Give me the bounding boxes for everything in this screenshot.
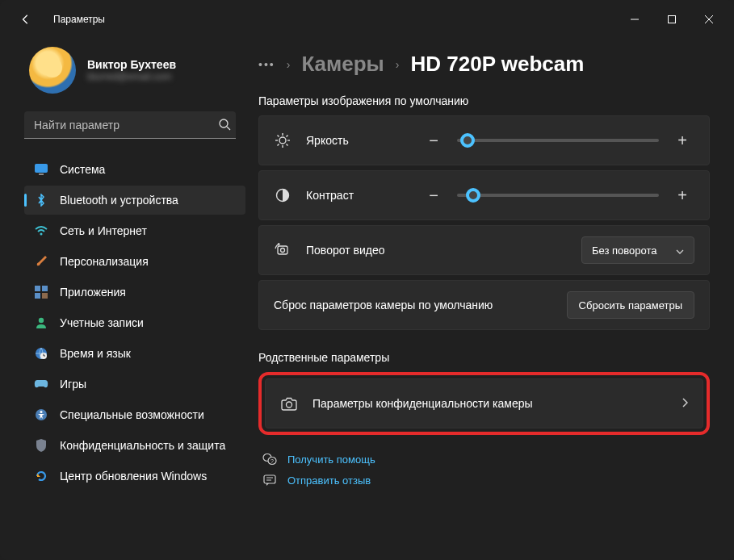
wifi-icon (34, 224, 48, 238)
sidebar-item-update[interactable]: Центр обновления Windows (24, 462, 245, 491)
reset-card: Сброс параметров камеры по умолчанию Сбр… (258, 280, 710, 330)
chevron-down-icon (676, 244, 684, 257)
sidebar-item-label: Bluetooth и устройства (60, 194, 178, 207)
sidebar-item-label: Время и язык (60, 347, 131, 360)
sidebar-item-network[interactable]: Сеть и Интернет (24, 216, 245, 245)
breadcrumb-cameras[interactable]: Камеры (301, 52, 384, 77)
main-content: ••• › Камеры › HD 720P webcam Параметры … (250, 39, 734, 560)
maximize-button[interactable] (653, 6, 690, 32)
section-title-related: Родственные параметры (258, 351, 710, 364)
chevron-right-icon: › (287, 58, 291, 71)
sidebar-item-accessibility[interactable]: Специальные возможности (24, 400, 245, 429)
reset-button[interactable]: Сбросить параметры (567, 291, 694, 319)
brightness-slider[interactable] (457, 139, 659, 142)
window-title: Параметры (53, 14, 105, 25)
profile-block[interactable]: Виктор Бухтеев blurred@email.com (24, 47, 245, 94)
feedback-icon (262, 474, 278, 487)
svg-line-26 (278, 136, 279, 137)
apps-icon (34, 285, 48, 299)
gamepad-icon (34, 377, 48, 391)
sidebar-item-personalization[interactable]: Персонализация (24, 247, 245, 276)
svg-rect-31 (278, 246, 287, 254)
get-help-link[interactable]: ? Получить помощь (262, 453, 710, 466)
svg-point-8 (40, 233, 43, 236)
rotate-icon (274, 243, 292, 257)
brightness-label: Яркость (306, 134, 349, 147)
svg-text:?: ? (271, 458, 274, 464)
sidebar-item-label: Игры (60, 378, 86, 391)
highlight-annotation: Параметры конфиденциальности камеры (258, 372, 710, 435)
sidebar-item-label: Сеть и Интернет (60, 224, 147, 237)
camera-privacy-link[interactable]: Параметры конфиденциальности камеры (265, 378, 703, 428)
svg-rect-12 (42, 293, 48, 299)
svg-rect-37 (264, 475, 275, 483)
contrast-slider[interactable] (457, 194, 659, 197)
svg-point-33 (287, 402, 292, 407)
titlebar: Параметры (0, 0, 734, 39)
brightness-decrease[interactable]: − (422, 128, 446, 153)
section-title-defaults: Параметры изображения по умолчанию (258, 94, 710, 107)
help-icon: ? (262, 453, 278, 466)
avatar (29, 47, 76, 94)
sidebar-item-label: Специальные возможности (60, 408, 204, 421)
breadcrumb: ••• › Камеры › HD 720P webcam (258, 52, 710, 77)
contrast-decrease[interactable]: − (422, 183, 446, 207)
contrast-increase[interactable]: + (670, 183, 694, 207)
globe-icon (34, 346, 48, 361)
sidebar-item-accounts[interactable]: Учетные записи (24, 308, 245, 337)
svg-point-32 (281, 249, 285, 253)
brightness-increase[interactable]: + (670, 128, 694, 153)
help-label: Получить помощь (287, 453, 375, 466)
svg-rect-7 (39, 173, 44, 175)
minimize-button[interactable] (616, 6, 653, 32)
sidebar-item-label: Учетные записи (60, 316, 144, 329)
person-icon (34, 316, 48, 330)
sidebar-item-label: Приложения (60, 286, 126, 299)
rotation-dropdown[interactable]: Без поворота (581, 236, 694, 264)
chevron-right-icon (682, 397, 688, 410)
bluetooth-icon (34, 193, 48, 207)
search-icon (218, 118, 231, 134)
feedback-link[interactable]: Отправить отзыв (262, 474, 710, 487)
svg-line-28 (278, 144, 279, 146)
rotation-value: Без поворота (592, 244, 657, 257)
update-icon (34, 469, 48, 483)
close-button[interactable] (690, 6, 728, 32)
svg-rect-10 (42, 286, 48, 291)
svg-line-5 (227, 127, 230, 130)
sidebar-item-label: Система (60, 163, 105, 176)
brush-icon (34, 254, 48, 269)
svg-line-29 (287, 136, 288, 137)
sidebar: Виктор Бухтеев blurred@email.com Система… (0, 39, 250, 560)
brightness-card: Яркость − + (258, 115, 710, 165)
profile-name: Виктор Бухтеев (87, 58, 176, 71)
sidebar-item-system[interactable]: Система (24, 155, 245, 184)
svg-point-20 (40, 411, 43, 413)
svg-rect-6 (36, 165, 48, 173)
back-button[interactable] (15, 8, 37, 31)
contrast-icon (274, 188, 292, 203)
accessibility-icon (34, 407, 48, 422)
sidebar-item-label: Центр обновления Windows (60, 470, 207, 483)
profile-email: blurred@email.com (87, 71, 176, 82)
brightness-icon (274, 132, 292, 148)
contrast-label: Контраст (306, 189, 354, 202)
svg-point-21 (279, 137, 286, 144)
search-input[interactable] (24, 111, 236, 139)
sidebar-item-label: Конфиденциальность и защита (60, 439, 225, 452)
sidebar-item-bluetooth[interactable]: Bluetooth и устройства (24, 186, 245, 215)
svg-rect-1 (669, 16, 676, 23)
svg-rect-9 (35, 286, 40, 291)
sidebar-item-gaming[interactable]: Игры (24, 370, 245, 399)
sidebar-item-apps[interactable]: Приложения (24, 278, 245, 307)
sidebar-item-time[interactable]: Время и язык (24, 339, 245, 368)
contrast-card: Контраст − + (258, 170, 710, 220)
sidebar-item-privacy[interactable]: Конфиденциальность и защита (24, 431, 245, 460)
breadcrumb-overflow[interactable]: ••• (258, 58, 275, 71)
svg-rect-11 (35, 293, 40, 299)
svg-point-4 (220, 119, 228, 127)
monitor-icon (34, 162, 48, 177)
camera-icon (280, 397, 298, 411)
svg-line-27 (287, 144, 288, 146)
sidebar-item-label: Персонализация (60, 255, 149, 268)
